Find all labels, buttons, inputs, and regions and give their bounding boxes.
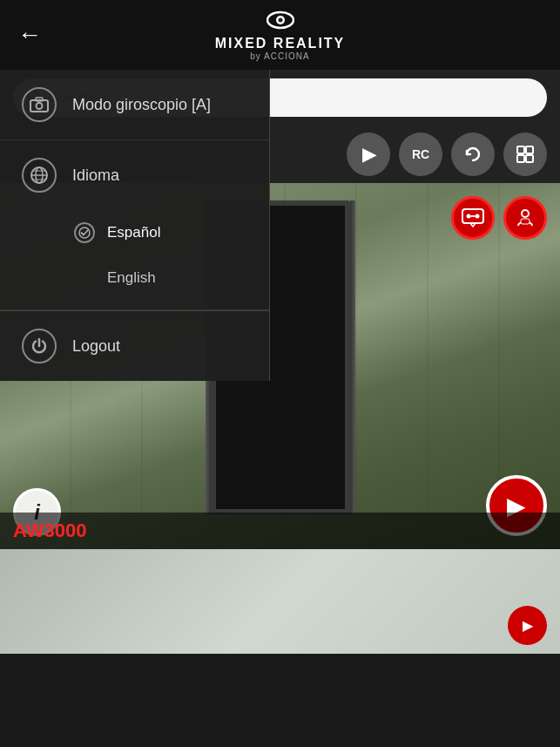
svg-point-2 xyxy=(278,18,282,23)
gyroscope-label: Modo giroscopio [A] xyxy=(72,96,211,114)
menu-item-logout[interactable]: Logout xyxy=(0,311,269,381)
english-label: English xyxy=(107,269,156,287)
language-options: Español English xyxy=(0,201,269,310)
second-card: ▶ xyxy=(0,549,560,654)
gyroscope-icon xyxy=(22,87,57,122)
toolbar-btn-1[interactable]: ▶ xyxy=(347,132,390,176)
dropdown-menu: Modo giroscopio [A] Idioma xyxy=(0,70,270,381)
camera-top-right-buttons xyxy=(451,196,547,240)
spanish-check-icon xyxy=(74,222,95,243)
menu-item-gyroscope[interactable]: Modo giroscopio [A] xyxy=(0,70,269,140)
main-content: ▶ RC xyxy=(0,70,560,747)
svg-point-10 xyxy=(467,214,471,219)
toolbar-btn-4[interactable] xyxy=(503,132,547,176)
svg-rect-5 xyxy=(517,146,524,153)
english-check-icon xyxy=(74,268,95,289)
svg-rect-6 xyxy=(526,146,533,153)
svg-rect-7 xyxy=(517,155,524,162)
menu-item-language[interactable]: Idioma xyxy=(0,140,269,201)
svg-rect-8 xyxy=(526,155,533,162)
toolbar-btn-rc[interactable]: RC xyxy=(399,132,442,176)
app-name: MIXED REALITY xyxy=(215,36,346,51)
language-option-english[interactable]: English xyxy=(0,255,269,301)
logout-icon xyxy=(22,329,57,363)
svg-point-16 xyxy=(37,103,43,109)
second-play-icon: ▶ xyxy=(523,617,533,634)
logo-icon xyxy=(267,9,294,36)
vr-user-button[interactable] xyxy=(503,196,547,240)
spanish-label: Español xyxy=(107,224,160,241)
back-button[interactable]: ← xyxy=(17,21,42,49)
svg-rect-14 xyxy=(521,219,530,224)
app-header: ← MIXED REALITY by ACCIONA xyxy=(0,0,560,70)
app-sub: by ACCIONA xyxy=(250,51,309,61)
vr-chat-button[interactable] xyxy=(451,196,495,240)
language-icon xyxy=(22,158,57,193)
svg-point-13 xyxy=(522,210,529,217)
language-label: Idioma xyxy=(72,166,119,185)
svg-rect-15 xyxy=(30,100,48,112)
svg-point-11 xyxy=(476,214,480,219)
language-option-spanish[interactable]: Español xyxy=(0,210,269,255)
camera-label: AW3000 xyxy=(0,513,560,549)
toolbar-btn-3[interactable] xyxy=(451,132,495,176)
second-card-play-button[interactable]: ▶ xyxy=(508,606,547,645)
app-logo: MIXED REALITY by ACCIONA xyxy=(215,9,346,61)
camera-name: AW3000 xyxy=(13,520,86,541)
logout-label: Logout xyxy=(72,337,120,356)
